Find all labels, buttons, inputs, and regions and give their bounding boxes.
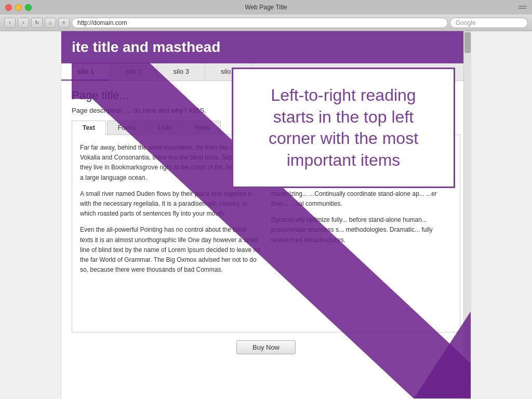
buy-now-wrapper: Buy Now [72,332,460,362]
browser-window: Web Page Title ‹ › ↻ ⌂ + http://domain.c… [0,0,532,399]
page-content: ite title and masthead silo 1 silo 2 sil… [0,31,532,399]
window-title: Web Page Title [245,4,287,11]
resize-icon [518,5,527,10]
refresh-button[interactable]: ↻ [31,18,43,28]
content-col2: Complet... wireless... business... llabo… [271,143,452,281]
page-title: Page title... [72,89,460,102]
scrollbar[interactable] [463,31,471,399]
maximize-button[interactable] [25,4,32,11]
content-col1: Far far away, behind the word mountains,… [80,143,261,281]
back-button[interactable]: ‹ [4,18,16,28]
col1-p2: A small river named Duden flows by their… [80,189,261,219]
col2-p1: Complet... wireless... business... llabo… [271,143,452,163]
forward-button[interactable]: › [18,18,29,28]
nav-item-silo4[interactable]: silo 4 [205,63,252,81]
col2-p3: Dynamically optimize fully... before sta… [271,215,452,245]
nav-item-silo3[interactable]: silo 3 [158,63,205,81]
add-tab-button[interactable]: + [58,18,70,28]
traffic-lights [5,4,32,11]
nav-item-silo1[interactable]: silo 1 [61,63,110,81]
tab-text[interactable]: Text [72,121,106,135]
search-input[interactable]: Google [450,18,528,28]
home-button[interactable]: ⌂ [45,18,56,28]
page-description: Page description: ... do here and why? K… [72,107,460,114]
col1-p3: Even the all-powerful Pointing has no co… [80,225,261,275]
tab-trees[interactable]: Trees [183,121,220,135]
main-content: Page title... Page description: ... do h… [61,81,471,370]
address-bar[interactable]: http://domain.com [72,18,448,28]
title-bar: Web Page Title [0,0,532,15]
content-panel: Far far away, behind the word mountains,… [72,135,460,332]
minimize-button[interactable] [15,4,22,11]
content-tabs: Text Forms Lists Trees [72,121,460,135]
site-title: ite title and masthead [72,39,220,55]
col2-p2: ...olve long-term high-impact vortals th… [271,169,452,209]
toolbar: ‹ › ↻ ⌂ + http://domain.com Google [0,15,532,31]
nav-item-silo2[interactable]: silo 2 [110,63,157,81]
site-nav: silo 1 silo 2 silo 3 silo 4 [61,63,471,81]
close-button[interactable] [5,4,12,11]
scrollbar-thumb[interactable] [464,32,471,53]
content-columns: Far far away, behind the word mountains,… [80,143,452,281]
tab-forms[interactable]: Forms [107,121,147,135]
web-page: ite title and masthead silo 1 silo 2 sil… [61,31,471,399]
site-header: ite title and masthead [61,31,471,63]
buy-now-button[interactable]: Buy Now [236,340,296,354]
tab-lists[interactable]: Lists [148,121,182,135]
col1-p1: Far far away, behind the word mountains,… [80,143,261,183]
